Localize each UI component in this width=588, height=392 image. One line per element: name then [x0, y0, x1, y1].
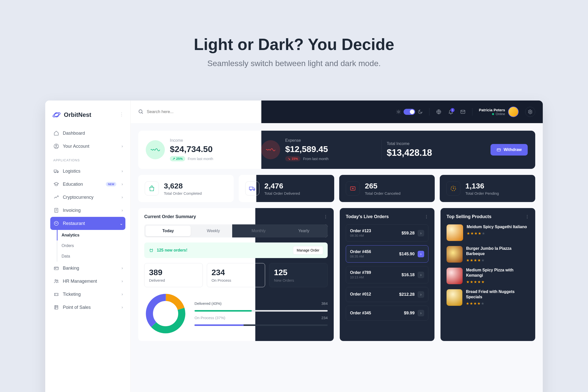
- nav-restaurant[interactable]: Restaurant ⌄: [50, 217, 125, 230]
- hero-title: Light or Dark? You Decide: [0, 35, 588, 54]
- sun-icon: [396, 109, 401, 114]
- brand-logo[interactable]: OrbitNest ⋮: [50, 108, 125, 127]
- nav-logistics[interactable]: Logistics ›: [50, 165, 125, 178]
- order-price: $16.18: [402, 272, 415, 277]
- nav-label: Ticketing: [63, 292, 81, 297]
- product-item[interactable]: Meidum Spicy Spagethi Italiano★★★★★: [447, 224, 529, 241]
- kpi-expense: Expense $12,589.45 ↘ 15%From last month: [261, 138, 376, 161]
- sidebar-menu-icon[interactable]: ⋮: [119, 112, 124, 117]
- svg-point-5: [55, 172, 56, 173]
- kpi-meta: From last month: [188, 157, 213, 161]
- chevron-right-icon: ›: [418, 310, 424, 316]
- stat-canceled: 265Total Order Canceled: [339, 175, 435, 202]
- tab-today[interactable]: Today: [145, 226, 191, 236]
- mail-icon[interactable]: [460, 109, 466, 115]
- nav-dashboard[interactable]: Dashboard: [50, 127, 125, 140]
- pos-icon: [53, 304, 59, 310]
- user-menu[interactable]: Patricia Peters Online: [479, 107, 519, 117]
- tab-monthly[interactable]: Monthly: [236, 226, 281, 236]
- order-id: Order #123: [350, 229, 371, 233]
- stat-label: Total Order Pending: [465, 191, 499, 195]
- nav-education[interactable]: Education NEW ›: [50, 178, 125, 191]
- order-item[interactable]: Order #12308:30 AM$59.28›: [346, 224, 428, 242]
- nav-ticketing[interactable]: Ticketing ›: [50, 288, 125, 301]
- nav-pos[interactable]: Point of Sales ›: [50, 301, 125, 314]
- donut-chart: [144, 292, 187, 335]
- nav-hr[interactable]: HR Management ›: [50, 275, 125, 288]
- panel-menu-icon[interactable]: ⋮: [424, 214, 428, 219]
- order-id: Order #345: [350, 311, 371, 315]
- app-window: OrbitNest ⋮ Dashboard Your Account › APP…: [45, 101, 543, 392]
- order-price: $145.90: [399, 252, 415, 257]
- kpi-value: $24,734.50: [170, 144, 213, 154]
- user-icon: [53, 143, 59, 149]
- sub-nav: Analytics Orders Data: [57, 230, 125, 262]
- panel-title: Top Selling Products: [447, 214, 492, 219]
- order-time: 08:35 AM: [350, 255, 371, 258]
- panel-title: Today's Live Orders: [346, 214, 389, 219]
- svg-point-15: [398, 111, 399, 113]
- trend-icon: [53, 194, 59, 200]
- chart-legend: Delivered (43%)384 On Process (37%)234: [194, 301, 328, 326]
- chevron-right-icon: ›: [418, 230, 424, 236]
- sub-analytics[interactable]: Analytics: [57, 230, 125, 240]
- panel-menu-icon[interactable]: ⋮: [525, 214, 529, 219]
- nav-label: Point of Sales: [63, 305, 91, 310]
- manage-order-button[interactable]: Manage Order: [293, 246, 323, 255]
- product-name: Burger Jumbo la Piazza Barbeque: [466, 246, 529, 257]
- kpi-income: Income $24,734.50 ↗ 25%From last month: [146, 138, 261, 161]
- stat-label: Total Order Delivered: [264, 191, 300, 195]
- svg-point-14: [139, 110, 142, 113]
- tab-weekly[interactable]: Weekly: [191, 226, 236, 236]
- svg-point-12: [57, 280, 58, 281]
- chevron-right-icon: ›: [122, 292, 123, 297]
- notification-count: 1: [451, 108, 455, 112]
- tab-yearly[interactable]: Yearly: [281, 226, 326, 236]
- search-box[interactable]: [138, 109, 212, 115]
- stat-value: 265: [365, 182, 401, 190]
- withdraw-button[interactable]: Withdraw: [491, 144, 528, 156]
- globe-icon[interactable]: [436, 109, 442, 115]
- kpi-label: Income: [170, 138, 213, 143]
- product-item[interactable]: Burger Jumbo la Piazza Barbeque★★★★★: [447, 246, 529, 263]
- button-label: Withdraw: [504, 148, 522, 152]
- order-item[interactable]: Order #78910:13 AM$16.18›: [346, 266, 428, 283]
- svg-point-22: [254, 189, 255, 191]
- nav-crypto[interactable]: Cryptocurrency ›: [50, 191, 125, 204]
- kpi-label: Total Income: [387, 141, 491, 146]
- stat-label: Total Order Completed: [164, 191, 202, 195]
- nav-invoicing[interactable]: Invoicing ›: [50, 204, 125, 217]
- kpi-card: Income $24,734.50 ↗ 25%From last month E…: [138, 131, 535, 169]
- order-item[interactable]: Order #012$212.28›: [346, 287, 428, 302]
- settings-button[interactable]: [525, 107, 535, 117]
- divider: [472, 108, 472, 116]
- planet-icon: [52, 111, 61, 119]
- order-item[interactable]: Order #345$9.99›: [346, 306, 428, 321]
- nav-banking[interactable]: Banking ›: [50, 262, 125, 275]
- trend-badge: ↗ 25%: [170, 156, 185, 161]
- mini-stat-process: 234On Process: [207, 263, 265, 287]
- notifications-button[interactable]: 1: [448, 109, 454, 115]
- svg-point-10: [55, 268, 56, 269]
- theme-toggle[interactable]: [396, 109, 423, 115]
- brand-name: OrbitNest: [64, 111, 91, 118]
- bag-icon: [145, 181, 159, 195]
- panel-menu-icon[interactable]: ⋮: [324, 214, 328, 219]
- mini-stat-delivered: 389Delivered: [144, 263, 203, 287]
- search-input[interactable]: [147, 109, 212, 114]
- people-icon: [53, 278, 59, 284]
- order-time: 08:30 AM: [350, 234, 371, 237]
- nav-label: Restaurant: [63, 221, 85, 226]
- chevron-down-icon: ⌄: [120, 221, 123, 226]
- sub-data[interactable]: Data: [57, 251, 125, 262]
- sub-orders[interactable]: Orders: [57, 240, 125, 251]
- toggle-switch[interactable]: [404, 109, 415, 115]
- product-item[interactable]: Medium Spicy Pizza with Kemangi★★★★★: [447, 268, 529, 284]
- nav-account[interactable]: Your Account ›: [50, 140, 125, 153]
- stat-pending: 1,136Total Order Pending: [440, 175, 535, 202]
- home-icon: [53, 130, 59, 136]
- chevron-right-icon: ›: [418, 251, 424, 257]
- product-item[interactable]: Bread Fried with Nuggets Specials★★★★★: [447, 289, 529, 306]
- rating-stars: ★★★★★: [466, 301, 529, 306]
- order-item[interactable]: Order #45608:35 AM$145.90›: [346, 245, 428, 263]
